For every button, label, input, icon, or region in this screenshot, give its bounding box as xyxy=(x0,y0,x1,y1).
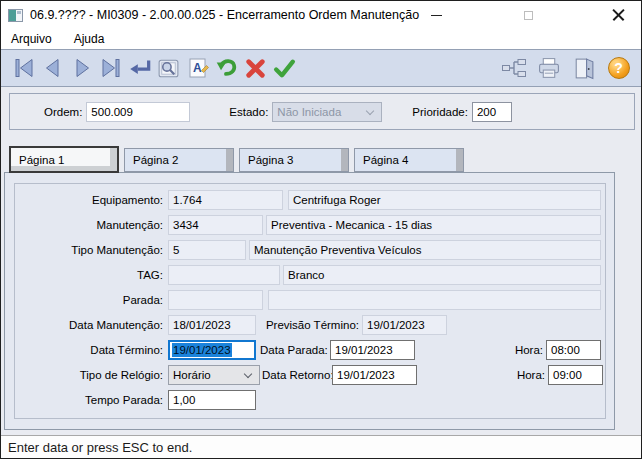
form-group-box: Equipamento: 1.764 Centrifuga Roger Manu… xyxy=(14,183,606,419)
tipo-relogio-value: Horário xyxy=(173,369,211,381)
row-tempo-parada: Tempo Parada: 1,00 xyxy=(15,387,605,412)
nav-last-icon xyxy=(99,56,123,80)
data-termino-field[interactable]: 19/01/2023 xyxy=(168,340,256,360)
chevron-down-icon xyxy=(244,369,252,377)
status-bar: Enter data or press ESC to end. xyxy=(1,435,641,458)
nav-prev-icon xyxy=(41,56,65,80)
font-icon: A xyxy=(186,56,210,80)
undo-button[interactable] xyxy=(213,54,240,82)
data-retorno-label: Data Retorno: xyxy=(262,369,329,381)
row-manutencao: Manutenção: 3434 Preventiva - Mecanica -… xyxy=(15,212,605,237)
hora-parada-field[interactable]: 08:00 xyxy=(546,340,601,360)
nav-first-icon xyxy=(12,56,36,80)
nav-next-button[interactable] xyxy=(68,54,95,82)
tempo-parada-label: Tempo Parada: xyxy=(15,394,168,406)
hora-parada-label: Hora: xyxy=(503,344,543,356)
menu-ajuda[interactable]: Ajuda xyxy=(74,32,105,46)
preview-button[interactable] xyxy=(155,54,182,82)
help-icon: ? xyxy=(608,57,630,79)
previsao-termino-field[interactable]: 19/01/2023 xyxy=(362,315,447,335)
prioridade-field[interactable]: 200 xyxy=(472,102,512,122)
toolbar-right-group: ? xyxy=(500,54,632,82)
row-tag: TAG: Branco xyxy=(15,262,605,287)
cancel-x-icon xyxy=(243,56,268,81)
maximize-icon xyxy=(524,11,533,20)
parada-desc-field[interactable] xyxy=(268,290,601,310)
svg-text:A: A xyxy=(193,61,202,75)
row-data-manutencao: Data Manutenção: 18/01/2023 Previsão Tér… xyxy=(15,312,605,337)
menubar: Arquivo Ajuda xyxy=(1,29,641,49)
nav-last-button[interactable] xyxy=(97,54,124,82)
equipamento-code-field[interactable]: 1.764 xyxy=(168,190,283,210)
tab-bar: Página 1 Página 2 Página 3 Página 4 xyxy=(9,146,464,173)
undo-icon xyxy=(214,55,240,81)
enter-icon xyxy=(127,55,153,81)
titlebar: 06.9.???? - MI0309 - 2.00.00.025 - Encer… xyxy=(1,1,641,29)
tag-desc-field[interactable]: Branco xyxy=(283,265,601,285)
data-manutencao-field[interactable]: 18/01/2023 xyxy=(168,315,256,335)
tag-label: TAG: xyxy=(15,269,168,281)
hora-retorno-field[interactable]: 09:00 xyxy=(548,365,603,385)
equipamento-desc-field[interactable]: Centrifuga Roger xyxy=(288,190,601,210)
print-button[interactable] xyxy=(535,54,562,82)
row-tipo-relogio: Tipo de Relógio: Horário Data Retorno: 1… xyxy=(15,362,605,387)
maximize-button[interactable] xyxy=(511,1,545,29)
previsao-termino-label: Previsão Término: xyxy=(264,319,359,331)
tab-pagina-2[interactable]: Página 2 xyxy=(124,148,234,172)
ordem-label: Ordem: xyxy=(44,106,82,118)
data-termino-selected-text: 19/01/2023 xyxy=(172,343,232,357)
close-icon xyxy=(612,9,625,22)
tipo-manutencao-desc-field[interactable]: Manutenção Preventiva Veículos xyxy=(249,240,601,260)
ordem-field[interactable]: 500.009 xyxy=(86,102,190,122)
row-data-termino: Data Término: 19/01/2023 Data Parada: 19… xyxy=(15,337,605,362)
data-parada-field[interactable]: 19/01/2023 xyxy=(330,340,415,360)
minimize-button[interactable] xyxy=(419,1,453,29)
parada-code-field[interactable] xyxy=(168,290,263,310)
tab-content-frame: Equipamento: 1.764 Centrifuga Roger Manu… xyxy=(4,172,615,430)
prioridade-label: Prioridade: xyxy=(412,106,468,118)
data-parada-label: Data Parada: xyxy=(260,344,327,356)
row-parada: Parada: xyxy=(15,287,605,312)
data-manutencao-label: Data Manutenção: xyxy=(15,319,168,331)
app-window: 06.9.???? - MI0309 - 2.00.00.025 - Encer… xyxy=(0,0,642,459)
font-button[interactable]: A xyxy=(184,54,211,82)
estado-combobox[interactable]: Não Iniciada xyxy=(272,102,382,122)
help-button[interactable]: ? xyxy=(605,54,632,82)
hierarchy-button[interactable] xyxy=(500,54,527,82)
cancel-button[interactable] xyxy=(242,54,269,82)
confirm-button[interactable] xyxy=(271,54,298,82)
tipo-manutencao-code-field[interactable]: 5 xyxy=(168,240,246,260)
enter-button[interactable] xyxy=(126,54,153,82)
status-message: Enter data or press ESC to end. xyxy=(8,440,192,455)
tab-pagina-1[interactable]: Página 1 xyxy=(9,146,119,173)
manutencao-label: Manutenção: xyxy=(15,219,168,231)
nav-prev-button[interactable] xyxy=(39,54,66,82)
nav-next-icon xyxy=(70,56,94,80)
close-button[interactable] xyxy=(601,1,635,29)
confirm-check-icon xyxy=(272,56,297,81)
data-retorno-field[interactable]: 19/01/2023 xyxy=(332,365,417,385)
printer-icon xyxy=(536,56,562,81)
tipo-relogio-combobox[interactable]: Horário xyxy=(168,365,260,385)
hora-retorno-label: Hora: xyxy=(505,369,545,381)
magnifier-document-icon xyxy=(156,56,181,81)
order-header-group: Ordem: 500.009 Estado: Não Iniciada Prio… xyxy=(9,93,635,130)
tempo-parada-field[interactable]: 1,00 xyxy=(168,390,256,410)
toolbar: A xyxy=(1,49,641,87)
parada-label: Parada: xyxy=(15,294,168,306)
data-termino-label: Data Término: xyxy=(15,344,168,356)
window-title: 06.9.???? - MI0309 - 2.00.00.025 - Encer… xyxy=(30,8,419,22)
menu-arquivo[interactable]: Arquivo xyxy=(11,32,52,46)
tab-pagina-4[interactable]: Página 4 xyxy=(354,148,464,172)
tab-pagina-3[interactable]: Página 3 xyxy=(239,148,349,172)
row-equipamento: Equipamento: 1.764 Centrifuga Roger xyxy=(15,187,605,212)
estado-label: Estado: xyxy=(229,106,268,118)
estado-value: Não Iniciada xyxy=(277,106,341,118)
tipo-manutencao-label: Tipo Manutenção: xyxy=(15,244,168,256)
exit-button[interactable] xyxy=(570,54,597,82)
manutencao-desc-field[interactable]: Preventiva - Mecanica - 15 dias xyxy=(266,215,601,235)
tag-code-field[interactable] xyxy=(168,265,280,285)
toolbar-left-group: A xyxy=(10,54,298,82)
nav-first-button[interactable] xyxy=(10,54,37,82)
manutencao-code-field[interactable]: 3434 xyxy=(168,215,263,235)
